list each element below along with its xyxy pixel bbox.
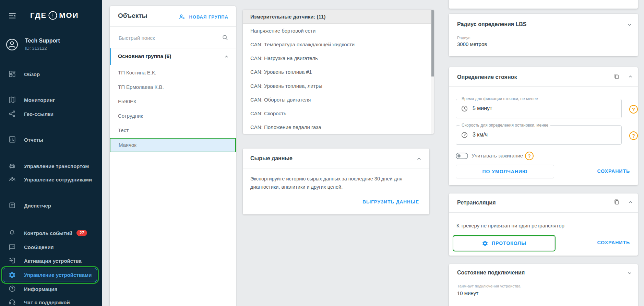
lbs-title: Радиус определения LBS [457,21,527,27]
sidebar-item-monitoring[interactable]: Мониторинг [0,93,102,107]
collapse-sidebar-icon[interactable] [8,11,17,20]
sensor-row[interactable]: CAN: Положение педали газа [243,120,434,134]
sidebar-item-device-activation[interactable]: Активация устройства [0,254,102,268]
parking-speed-field[interactable]: Скорость для определения остановки, мене… [456,125,622,145]
sidebar-item-messages[interactable]: Сообщения [0,240,102,254]
relay-empty-text: К трекеру не привязан ни один ретранслят… [456,223,564,228]
objects-header: Объекты НОВАЯ ГРУППА [110,6,236,26]
dashboard-icon [8,70,16,78]
parking-speed-label: Скорость для определения остановки, мене… [460,123,550,128]
sidebar-item-label: Управление сотрудниками [24,177,92,183]
sidebar-item-overview[interactable]: Обзор [0,67,102,81]
brand-logo: ГДЕ МОИ [30,10,79,21]
save-button[interactable]: СОХРАНИТЬ [597,240,630,245]
sidebar-item-label: Мониторинг [24,97,55,103]
user-id: ID: 313122 [25,46,60,51]
sensor-row[interactable]: CAN: Нагрузка на двигатель [243,51,434,65]
sidebar-item-event-control[interactable]: Контроль событий 27 [0,226,102,240]
sensor-row[interactable]: CAN: Скорость [243,106,434,120]
gear-icon [482,240,488,247]
map-icon [8,96,16,104]
radius-label: Радиус [457,36,470,40]
chevron-down-icon[interactable] [627,270,632,276]
svg-text:?: ? [11,286,13,291]
group-row-main[interactable]: Основная группа (6) [110,48,236,65]
export-data-button[interactable]: ВЫГРУЗИТЬ ДАННЫЕ [362,199,419,204]
user-block[interactable]: Tech Support ID: 313122 [5,38,60,51]
sensor-row[interactable]: Напряжение бортовой сети [243,24,434,37]
sidebar-item-geo-links[interactable]: Гео-ссылки [0,107,102,121]
chevron-up-icon[interactable] [416,156,422,162]
help-icon[interactable]: ? [629,105,638,114]
search-icon [222,34,228,41]
sensor-row[interactable]: CAN: Температура охлаждающей жидкости [243,37,434,51]
sidebar-item-device-management[interactable]: Управление устройствами [3,268,97,282]
sensors-header-row[interactable]: Измерительные датчики: (11) [243,10,434,24]
sidebar-item-label: Управление устройствами [24,272,92,278]
help-icon[interactable]: ? [525,152,534,160]
new-group-label: НОВАЯ ГРУППА [189,14,228,20]
people-icon [8,175,16,184]
relay-panel: Ретрансляция К трекеру не привязан ни од… [449,193,638,256]
parking-speed-value: 3 км/ч [473,132,488,138]
default-button[interactable]: ПО УМОЛЧАНИЮ [456,165,554,178]
chevron-up-icon[interactable] [628,200,633,205]
sidebar-item-dispatcher[interactable]: Диспетчер [0,199,102,212]
logo-text-right: МОИ [59,11,79,20]
events-count-badge: 27 [76,230,87,236]
sidebar-item-label: Диспетчер [24,203,51,209]
protocols-button[interactable]: ПРОТОКОЛЫ [454,236,554,250]
sidebar-item-label: Гео-ссылки [24,111,53,117]
sensor-row[interactable]: CAN: Обороты двигателя [243,93,434,106]
card-cut-off-top [449,0,638,9]
sidebar-item-information[interactable]: ? Информация [0,282,102,296]
divider [243,168,429,168]
timeout-value: 10 минут [457,290,478,296]
chat-bubble-icon [8,243,16,251]
parking-time-label: Время для фиксации стоянки, не менее [460,96,540,101]
sidebar-item-reports[interactable]: Отчеты [0,133,102,146]
sidebar-item-employee-management[interactable]: Управление сотрудниками [0,173,102,186]
search-input[interactable] [118,27,212,49]
chevron-down-icon[interactable] [627,22,632,27]
group-active-bar [110,48,111,65]
objects-panel: Объекты НОВАЯ ГРУППА Основная группа (6)… [110,6,236,306]
sensor-row[interactable]: CAN: Уровень топлива #1 [243,65,434,79]
sensor-row[interactable]: CAN: Уровень топлива, литры [243,79,434,93]
sidebar-item-transport-management[interactable]: Управление транспортом [0,159,102,173]
sidebar-item-support-chat[interactable]: Чат с поддержкой [0,295,102,306]
sidebar-item-label: Сообщения [24,244,53,250]
copy-icon[interactable] [613,73,620,80]
help-icon[interactable]: ? [629,131,638,140]
scrollbar-thumb[interactable] [431,10,434,76]
scrollbar-track[interactable] [431,10,434,134]
lbs-radius-panel: Радиус определения LBS Радиус 3000 метро… [449,14,638,56]
chevron-up-icon[interactable] [628,74,633,79]
object-row[interactable]: ТП Костина Е.К. [110,66,236,80]
device-activation-icon [8,257,16,265]
group-label: Основная группа (6) [118,53,171,59]
new-group-button[interactable]: НОВАЯ ГРУППА [178,13,228,21]
chevron-up-icon[interactable] [224,54,229,59]
parking-detection-panel: Определение стоянок Время для фиксации с… [449,67,638,185]
object-row-selected[interactable]: Маячок [110,138,236,152]
object-row[interactable]: ТП Ермолаева К.В. [110,80,236,94]
timeout-label: Тайм-аут подключения устройства [457,284,521,288]
divider [449,86,638,87]
bar-chart-icon [8,136,16,144]
object-row[interactable]: Сотрудник [110,109,236,123]
ignition-toggle[interactable] [456,153,468,159]
save-button[interactable]: СОХРАНИТЬ [597,168,630,174]
question-circle-icon: ? [8,285,16,293]
sidebar-item-label: Управление транспортом [24,163,89,169]
objects-title: Объекты [118,12,147,20]
object-row[interactable]: Е590ЕК [110,94,236,109]
copy-icon[interactable] [613,199,620,205]
headset-icon [8,298,16,306]
sidebar-item-label: Обзор [24,71,40,77]
sidebar-item-label: Отчеты [24,137,43,143]
gear-icon [8,271,16,279]
raw-data-title: Сырые данные [250,155,293,162]
object-row[interactable]: Тест [110,123,236,138]
parking-time-field[interactable]: Время для фиксации стоянки, не менее 5 м… [456,99,622,118]
